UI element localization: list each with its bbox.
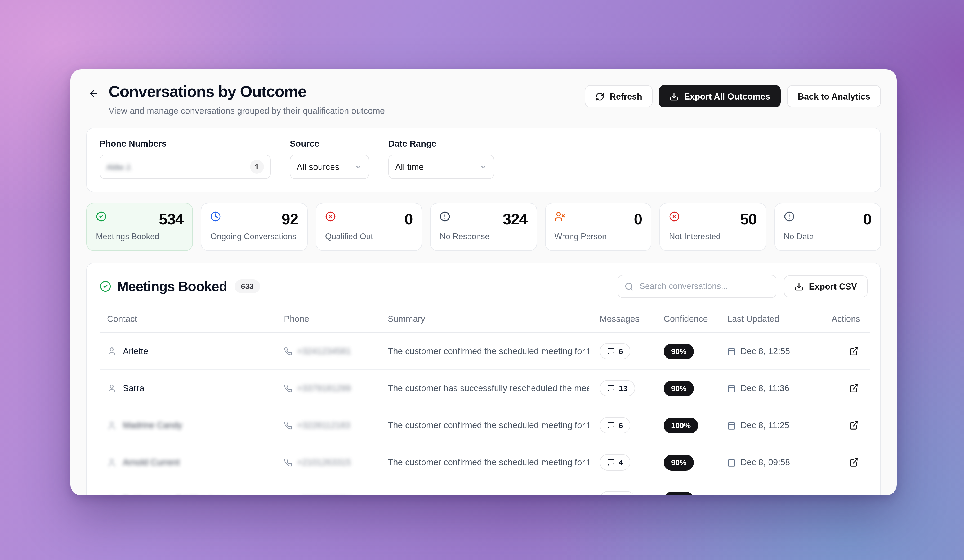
conversations-by-outcome-window: Conversations by Outcome View and manage… bbox=[70, 69, 897, 495]
alert-circle-icon bbox=[784, 211, 794, 222]
message-count: 4 bbox=[619, 458, 623, 467]
conversation-summary: The customer confirmed the scheduled mee… bbox=[388, 420, 589, 430]
open-conversation-button[interactable] bbox=[847, 492, 861, 495]
confidence-badge: 90% bbox=[664, 380, 694, 396]
last-updated: Dec 8, 09:54 bbox=[741, 494, 790, 495]
column-header-messages: Messages bbox=[594, 308, 658, 333]
messages-badge: 6 bbox=[599, 417, 630, 433]
open-conversation-button[interactable] bbox=[847, 418, 861, 432]
export-all-label: Export All Outcomes bbox=[684, 91, 770, 101]
date-range-value: All time bbox=[395, 162, 424, 172]
stat-card-no-data[interactable]: 0 No Data bbox=[774, 203, 881, 251]
outcome-stat-cards: 534 Meetings Booked 92 Ongoing Conversat… bbox=[86, 203, 881, 251]
back-to-analytics-button[interactable]: Back to Analytics bbox=[787, 85, 881, 107]
column-header-contact: Contact bbox=[99, 308, 278, 333]
table-row: Arnold Current +2101263315 The customer … bbox=[99, 444, 870, 481]
contact-name: Sarra bbox=[123, 383, 144, 393]
phone-number: +3379181299 bbox=[297, 383, 351, 393]
conversation-count-badge: 633 bbox=[234, 279, 260, 293]
user-x-icon bbox=[554, 211, 565, 222]
messages-badge: 6 bbox=[599, 343, 630, 359]
external-link-icon bbox=[849, 346, 859, 356]
stat-value: 0 bbox=[863, 211, 871, 227]
confidence-badge: 90% bbox=[664, 454, 694, 470]
stat-label: Meetings Booked bbox=[96, 232, 184, 241]
refresh-label: Refresh bbox=[610, 91, 642, 101]
source-select[interactable]: All sources bbox=[290, 154, 369, 179]
confidence-badge: 90% bbox=[664, 492, 694, 495]
phone-numbers-input[interactable]: Aldw J. 1 bbox=[99, 154, 271, 179]
last-updated: Dec 8, 11:25 bbox=[741, 420, 790, 430]
stat-value: 92 bbox=[282, 211, 298, 227]
stat-card-wrong-person[interactable]: 0 Wrong Person bbox=[545, 203, 651, 251]
last-updated: Dec 8, 11:36 bbox=[741, 383, 790, 393]
message-square-icon bbox=[607, 458, 615, 466]
phone-icon bbox=[284, 495, 292, 495]
open-conversation-button[interactable] bbox=[847, 381, 861, 395]
back-button[interactable] bbox=[86, 86, 101, 103]
external-link-icon bbox=[849, 457, 859, 467]
export-csv-button[interactable]: Export CSV bbox=[784, 275, 868, 297]
stat-card-qualified-out[interactable]: 0 Qualified Out bbox=[316, 203, 422, 251]
arrow-left-icon bbox=[88, 88, 99, 101]
phone-icon bbox=[284, 458, 292, 467]
message-count: 6 bbox=[619, 421, 623, 430]
external-link-icon bbox=[849, 383, 859, 393]
open-conversation-button[interactable] bbox=[847, 455, 861, 469]
x-circle-icon bbox=[325, 211, 336, 222]
stat-card-ongoing-conversations[interactable]: 92 Ongoing Conversations bbox=[201, 203, 308, 251]
contact-name: Madrine Candy bbox=[123, 420, 182, 430]
table-row: Madrine Candy +3228112183 The customer c… bbox=[99, 407, 870, 444]
message-count: 13 bbox=[619, 495, 627, 495]
check-circle-icon bbox=[99, 281, 111, 292]
page-header: Conversations by Outcome View and manage… bbox=[86, 82, 881, 116]
conversations-table: Contact Phone Summary Messages Confidenc… bbox=[99, 308, 870, 495]
page-title: Conversations by Outcome bbox=[109, 82, 385, 101]
contact-name: D. Vancenna Od Nice Inne bbox=[123, 494, 226, 495]
message-square-icon bbox=[607, 384, 615, 392]
back-to-analytics-label: Back to Analytics bbox=[798, 91, 870, 101]
export-csv-label: Export CSV bbox=[809, 281, 857, 291]
stat-card-meetings-booked[interactable]: 534 Meetings Booked bbox=[86, 203, 193, 251]
stat-label: Qualified Out bbox=[325, 232, 413, 241]
calendar-icon bbox=[727, 347, 736, 355]
date-range-select[interactable]: All time bbox=[388, 154, 494, 179]
source-label: Source bbox=[290, 139, 369, 149]
user-icon bbox=[107, 495, 117, 495]
external-link-icon bbox=[849, 420, 859, 430]
phone-number: +2101263315 bbox=[297, 457, 351, 467]
calendar-icon bbox=[727, 384, 736, 393]
x-circle-icon bbox=[669, 211, 679, 222]
filters-bar: Phone Numbers Aldw J. 1 Source All sourc… bbox=[86, 128, 881, 192]
contact-name: Arnold Current bbox=[123, 457, 180, 467]
search-icon bbox=[624, 282, 633, 291]
download-icon bbox=[670, 92, 679, 101]
stat-value: 534 bbox=[159, 211, 184, 227]
export-all-outcomes-button[interactable]: Export All Outcomes bbox=[659, 85, 781, 107]
search-box bbox=[617, 275, 777, 298]
column-header-phone: Phone bbox=[278, 308, 383, 333]
phone-icon bbox=[284, 421, 292, 430]
open-conversation-button[interactable] bbox=[847, 344, 861, 358]
calendar-icon bbox=[727, 495, 736, 495]
phone-number: +3241234581 bbox=[297, 346, 351, 356]
stat-label: No Data bbox=[784, 232, 871, 241]
conversation-summary: The customer confirmed the scheduled mee… bbox=[388, 346, 589, 356]
search-input[interactable] bbox=[638, 281, 770, 292]
table-row: Sarra +3379181299 The customer has succe… bbox=[99, 370, 870, 407]
refresh-icon bbox=[595, 92, 604, 101]
section-title: Meetings Booked bbox=[117, 278, 227, 295]
column-header-confidence: Confidence bbox=[658, 308, 722, 333]
stat-card-not-interested[interactable]: 50 Not Interested bbox=[659, 203, 766, 251]
stat-label: Wrong Person bbox=[554, 232, 642, 241]
check-circle-icon bbox=[96, 211, 106, 222]
alert-circle-icon bbox=[440, 211, 451, 222]
stat-value: 0 bbox=[404, 211, 413, 227]
refresh-button[interactable]: Refresh bbox=[585, 85, 653, 107]
stat-label: Ongoing Conversations bbox=[210, 232, 298, 241]
messages-badge: 13 bbox=[599, 380, 635, 396]
conversation-summary: The customer confirmed the scheduled mee… bbox=[388, 457, 589, 467]
desktop-background: Conversations by Outcome View and manage… bbox=[0, 0, 964, 560]
stat-label: No Response bbox=[440, 232, 528, 241]
stat-card-no-response[interactable]: 324 No Response bbox=[430, 203, 537, 251]
